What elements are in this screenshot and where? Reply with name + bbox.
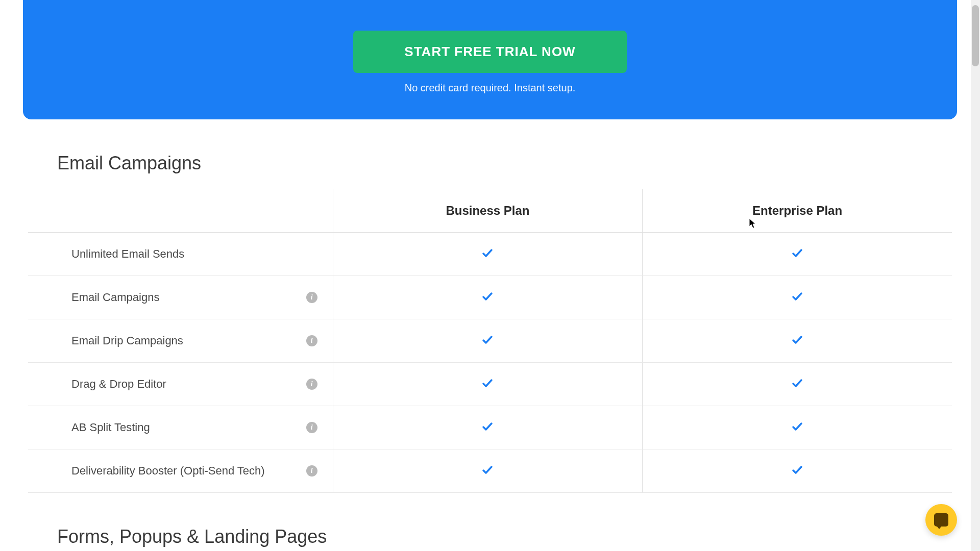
plan-cell-enterprise [643,233,952,276]
start-free-trial-button[interactable]: START FREE TRIAL NOW [353,31,626,73]
feature-label: AB Split Testing [71,421,150,434]
feature-cell: Drag & Drop Editor [28,363,333,406]
table-header-business: Business Plan [333,189,642,233]
check-icon [481,290,494,303]
check-icon [481,377,494,389]
check-icon [791,290,803,303]
cta-subtext: No credit card required. Instant setup. [43,82,937,94]
table-row: Drag & Drop Editor [28,363,952,406]
feature-label: Unlimited Email Sends [71,247,184,260]
check-icon [481,420,494,433]
plan-cell-enterprise [643,363,952,406]
plan-cell-business [333,276,642,319]
table-row: Deliverability Booster (Opti-Send Tech) [28,449,952,493]
info-icon[interactable] [306,465,317,477]
info-icon[interactable] [306,422,317,433]
plan-cell-business [333,363,642,406]
check-icon [791,377,803,389]
chat-widget-button[interactable] [925,504,957,536]
table-header-empty [28,189,333,233]
feature-label: Email Drip Campaigns [71,334,183,347]
plan-cell-enterprise [643,449,952,493]
feature-cell: Deliverability Booster (Opti-Send Tech) [28,449,333,493]
table-header-row: Business Plan Enterprise Plan [28,189,952,233]
plan-cell-enterprise [643,276,952,319]
table-row: Unlimited Email Sends [28,233,952,276]
table-row: Email Drip Campaigns [28,319,952,363]
chat-icon [934,513,948,527]
feature-cell: Email Drip Campaigns [28,319,333,363]
info-icon[interactable] [306,292,317,303]
check-icon [791,464,803,476]
info-icon[interactable] [306,335,317,346]
table-row: Email Campaigns [28,276,952,319]
plan-cell-business [333,233,642,276]
section-title-forms: Forms, Popups & Landing Pages [57,526,960,547]
page-container: START FREE TRIAL NOW No credit card requ… [0,0,980,547]
hero-banner: START FREE TRIAL NOW No credit card requ… [23,0,957,119]
check-icon [791,247,803,259]
info-icon[interactable] [306,379,317,390]
table-body: Unlimited Email SendsEmail CampaignsEmai… [28,233,952,493]
table-row: AB Split Testing [28,406,952,449]
check-icon [481,464,494,476]
comparison-table: Business Plan Enterprise Plan Unlimited … [28,189,952,493]
scrollbar-thumb[interactable] [972,5,979,66]
feature-label: Deliverability Booster (Opti-Send Tech) [71,464,265,477]
feature-cell: AB Split Testing [28,406,333,449]
plan-cell-enterprise [643,319,952,363]
check-icon [791,420,803,433]
plan-cell-business [333,319,642,363]
feature-label: Drag & Drop Editor [71,378,166,390]
plan-cell-business [333,449,642,493]
section-title-email-campaigns: Email Campaigns [57,153,960,174]
check-icon [791,334,803,346]
scrollbar-track[interactable] [971,0,980,551]
plan-cell-enterprise [643,406,952,449]
check-icon [481,334,494,346]
plan-cell-business [333,406,642,449]
check-icon [481,247,494,259]
table-header-enterprise: Enterprise Plan [643,189,952,233]
feature-cell: Unlimited Email Sends [28,233,333,276]
feature-label: Email Campaigns [71,291,159,304]
feature-cell: Email Campaigns [28,276,333,319]
